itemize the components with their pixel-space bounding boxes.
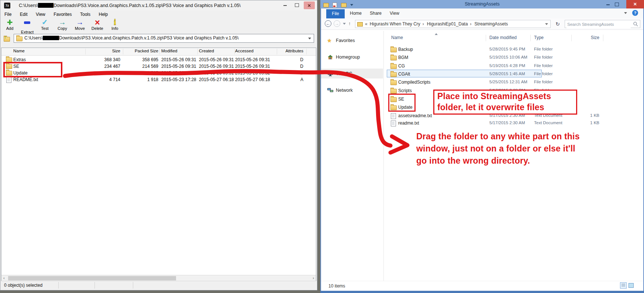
annotation-callout-box: Place into StreamingAssets folder, let i… <box>433 90 577 115</box>
maximize-button[interactable] <box>292 2 302 9</box>
sevenzip-window: 7z C:\Users\Downloads\PS3.Voice.and.Grap… <box>0 0 317 290</box>
close-icon <box>634 1 637 7</box>
extract-button[interactable]: Extract <box>19 18 35 34</box>
forward-button[interactable] <box>334 20 340 27</box>
list-item[interactable]: CG 5/19/2015 4:28 PM File folder <box>387 62 641 70</box>
recent-locations-icon[interactable] <box>343 23 346 25</box>
list-item[interactable]: BGM 5/19/2015 10:06 AM File folder <box>387 54 641 61</box>
sidebar-item-this-pc[interactable]: This PC <box>321 69 383 79</box>
annotation-box-se-update-7zip <box>3 62 62 77</box>
column-header-modified[interactable]: Modified <box>161 49 177 53</box>
up-arrow-icon <box>4 34 7 40</box>
menu-edit[interactable]: Edit <box>17 11 31 18</box>
column-header-size[interactable]: Size <box>86 49 120 53</box>
tab-home[interactable]: Home <box>350 11 362 16</box>
search-input[interactable] <box>566 21 631 28</box>
titlebar[interactable]: 7z C:\Users\Downloads\PS3.Voice.and.Grap… <box>0 0 317 11</box>
sidebar-item-network[interactable]: Network <box>321 86 383 95</box>
list-item[interactable]: CompiledScripts 5/25/2015 12:31 AM File … <box>387 79 641 86</box>
sidebar-divider <box>383 31 384 282</box>
column-header-accessed[interactable]: Accessed <box>235 49 254 53</box>
thumbnails-view-button[interactable] <box>628 282 634 289</box>
menu-favorites[interactable]: Favorites <box>50 11 75 18</box>
scroll-right-icon[interactable]: › <box>313 276 314 280</box>
move-button[interactable]: Move <box>72 18 88 31</box>
window-title: StreamingAssets <box>320 1 644 7</box>
maximize-button[interactable] <box>613 1 621 8</box>
menubar: File Edit View Favorites Tools Help <box>1 11 318 17</box>
details-view-button[interactable] <box>620 282 627 289</box>
minimize-icon <box>606 4 610 5</box>
minimize-button[interactable] <box>604 1 612 8</box>
close-icon <box>308 2 311 8</box>
help-button[interactable]: ? <box>632 10 638 16</box>
scroll-left-icon[interactable]: ‹ <box>3 276 5 280</box>
tab-view[interactable]: View <box>390 11 399 16</box>
folder-icon <box>390 56 397 60</box>
search-box[interactable] <box>565 20 640 28</box>
column-header-name[interactable]: Name <box>391 35 403 40</box>
extract-icon <box>24 21 30 24</box>
network-icon <box>327 87 334 93</box>
status-bar: 10 items <box>321 281 643 291</box>
column-header-name[interactable]: Name <box>13 49 25 53</box>
text-file-icon <box>391 113 396 119</box>
annotation-drag-instructions: Drag the folder to any white part on thi… <box>416 130 580 167</box>
tab-share[interactable]: Share <box>370 11 382 16</box>
address-combobox[interactable]: C:\Users\Downloads\PS3.Voice.and.Graphic… <box>14 34 314 43</box>
menu-tools[interactable]: Tools <box>77 11 94 18</box>
up-button[interactable] <box>348 21 351 26</box>
list-item[interactable]: Backup 5/28/2015 9:45 PM File folder <box>387 46 641 53</box>
test-check-icon <box>37 18 53 27</box>
address-row: C:\Users\Downloads\PS3.Voice.and.Graphic… <box>0 34 317 44</box>
address-bar[interactable]: «Higurashi When They CryHigurashiEp01_Da… <box>355 20 551 28</box>
status-bar: 0 object(s) selected <box>1 281 316 289</box>
dropdown-arrow-icon[interactable] <box>308 38 311 39</box>
column-headers: Name Size Packed Size Modified Created A… <box>1 48 316 56</box>
back-button[interactable] <box>325 20 331 27</box>
copy-button[interactable]: Copy <box>54 18 70 31</box>
annotation-text: folder, let it overwrite files <box>437 102 544 112</box>
sidebar-item-homegroup[interactable]: Homegroup <box>321 53 383 62</box>
7zip-logo-icon: 7z <box>4 3 10 8</box>
info-button[interactable]: Info <box>107 18 123 31</box>
scrollbar-thumb[interactable] <box>8 276 176 280</box>
list-item[interactable]: readme.txt 5/17/2015 2:30 AM Text Docume… <box>387 119 641 127</box>
breadcrumb-item[interactable]: HigurashiEp01_Data <box>427 21 474 27</box>
column-headers: Name Date modified Type Size <box>387 34 641 42</box>
breadcrumb-item[interactable]: Higurashi When They Cry <box>370 21 426 27</box>
redaction-box <box>38 3 54 8</box>
list-item-selected[interactable]: CGAlt 5/28/2015 1:45 AM File folder <box>387 70 641 78</box>
folder-icon <box>390 72 397 77</box>
maximize-icon <box>295 3 299 7</box>
column-header-packed-size[interactable]: Packed Size <box>123 49 158 53</box>
menu-help[interactable]: Help <box>95 11 111 18</box>
column-header-created[interactable]: Created <box>199 49 214 53</box>
redaction-box <box>43 36 59 40</box>
column-header-attributes[interactable]: Attributes <box>278 49 303 53</box>
delete-button[interactable]: Delete <box>89 18 105 31</box>
add-button[interactable]: Add <box>2 18 18 31</box>
copy-arrow-icon <box>54 18 70 27</box>
expand-ribbon-icon[interactable] <box>624 12 627 14</box>
sort-ascending-icon <box>435 33 438 35</box>
column-header-type[interactable]: Type <box>534 35 544 40</box>
test-button[interactable]: Test <box>37 18 53 31</box>
close-button[interactable] <box>304 1 315 9</box>
titlebar[interactable]: StreamingAssets <box>320 0 644 8</box>
column-header-size[interactable]: Size <box>575 35 599 40</box>
menu-view[interactable]: View <box>32 11 49 18</box>
minimize-button[interactable] <box>280 2 290 9</box>
breadcrumb-item[interactable]: StreamingAssets <box>475 21 508 27</box>
window-border <box>320 291 644 293</box>
search-icon <box>633 21 638 27</box>
tab-file[interactable]: File <box>326 9 345 18</box>
sidebar-item-favorites[interactable]: Favorites <box>321 36 383 46</box>
column-header-date-modified[interactable]: Date modified <box>489 35 517 40</box>
desktop: 7z C:\Users\Downloads\PS3.Voice.and.Grap… <box>0 0 644 293</box>
close-button[interactable] <box>626 0 644 8</box>
address-dropdown-icon[interactable] <box>545 23 548 25</box>
refresh-button[interactable] <box>554 20 562 28</box>
add-plus-icon <box>2 18 18 27</box>
up-folder-button[interactable] <box>3 35 12 42</box>
